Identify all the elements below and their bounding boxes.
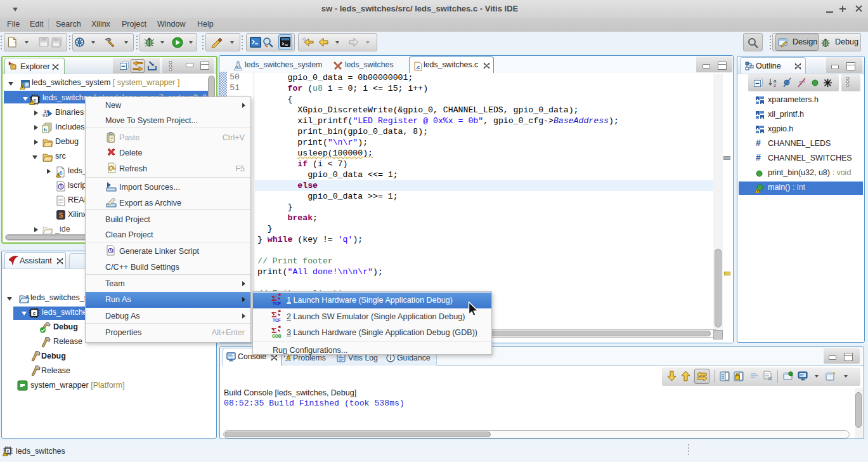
- svg-text:TCF: TCF: [273, 301, 281, 306]
- svg-text:01: 01: [42, 113, 48, 118]
- svg-text:h: h: [44, 127, 47, 133]
- svg-text:c: c: [59, 169, 62, 176]
- svg-text:z: z: [774, 82, 776, 88]
- svg-text:.c: .c: [415, 64, 420, 70]
- svg-text:c: c: [34, 97, 37, 103]
- svg-text:c: c: [7, 449, 10, 453]
- svg-text:c: c: [33, 310, 36, 316]
- svg-text:S: S: [59, 212, 63, 219]
- svg-text:s: s: [26, 294, 29, 298]
- svg-text:GDB: GDB: [272, 334, 282, 338]
- svg-text:s: s: [803, 79, 805, 83]
- svg-text:TCF: TCF: [273, 318, 281, 322]
